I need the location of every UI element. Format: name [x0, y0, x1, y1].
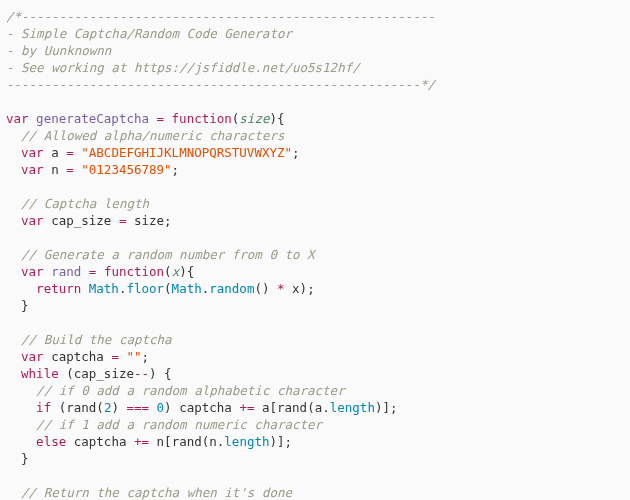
op-eqeqeq: === — [126, 400, 149, 415]
op-eq: = — [119, 213, 127, 228]
kw-var: var — [21, 349, 44, 364]
op-eq: = — [66, 162, 74, 177]
comment-build: // Build the captcha — [21, 332, 172, 347]
brace-open: { — [277, 111, 285, 126]
prop-length: length — [224, 434, 269, 449]
paren-open: ( — [254, 281, 262, 296]
comment-line-2: - Simple Captcha/Random Code Generator — [6, 26, 292, 41]
comment-if1: // if 1 add a random numeric character — [36, 417, 322, 432]
string-empty: "" — [126, 349, 141, 364]
id-rand: rand — [172, 434, 202, 449]
kw-if: if — [36, 400, 51, 415]
brace-close: } — [21, 298, 29, 313]
paren-open: ( — [164, 264, 172, 279]
comment-return: // Return the captcha when it's done — [21, 485, 292, 500]
id-rand: rand — [277, 400, 307, 415]
comment-allowed: // Allowed alpha/numeric characters — [21, 128, 284, 143]
string-digits: "0123456789" — [81, 162, 171, 177]
op-pluseq: += — [134, 434, 149, 449]
id-rand: rand — [66, 400, 96, 415]
op-eq: = — [111, 349, 119, 364]
semi: ; — [285, 434, 293, 449]
id-captcha: captcha — [51, 349, 104, 364]
kw-function: function — [104, 264, 164, 279]
bracket-close: ] — [382, 400, 390, 415]
comment-line-3: - by Uunknownn — [6, 43, 111, 58]
comment-caplen: // Captcha length — [21, 196, 149, 211]
paren-open: ( — [66, 366, 74, 381]
comment-genrand: // Generate a random number from 0 to X — [21, 247, 315, 262]
op-eq: = — [66, 145, 74, 160]
paren-close: ) — [269, 111, 277, 126]
bracket-open: [ — [270, 400, 278, 415]
prop-random: random — [209, 281, 254, 296]
comment-if0: // if 0 add a random alphabetic characte… — [36, 383, 345, 398]
semi: ; — [390, 400, 398, 415]
semi: ; — [307, 281, 315, 296]
dot: . — [322, 400, 330, 415]
id-x: x — [292, 281, 300, 296]
semi: ; — [142, 349, 150, 364]
bracket-close: ] — [277, 434, 285, 449]
op-pluseq: += — [239, 400, 254, 415]
param-size: size — [239, 111, 269, 126]
kw-var: var — [6, 111, 29, 126]
comment-line-4: - See working at https://jsfiddle.net/uo… — [6, 60, 360, 75]
obj-Math: Math — [172, 281, 202, 296]
kw-var: var — [21, 213, 44, 228]
brace-open: { — [164, 366, 172, 381]
prop-floor: floor — [126, 281, 164, 296]
id-rand: rand — [51, 264, 81, 279]
code-block: /*--------------------------------------… — [0, 0, 630, 500]
id-captcha: captcha — [179, 400, 232, 415]
paren-open: ( — [307, 400, 315, 415]
semi: ; — [292, 145, 300, 160]
id-cap-size: cap_size — [74, 366, 134, 381]
paren-close: ) — [111, 400, 119, 415]
brace-open: { — [187, 264, 195, 279]
semi: ; — [164, 213, 172, 228]
paren-close: ) — [262, 281, 270, 296]
id-n: n — [209, 434, 217, 449]
paren-close: ) — [269, 434, 277, 449]
paren-open: ( — [96, 400, 104, 415]
kw-function: function — [172, 111, 232, 126]
paren-close: ) — [300, 281, 308, 296]
comment-line-5: ----------------------------------------… — [6, 77, 435, 92]
paren-close: ) — [179, 264, 187, 279]
obj-Math: Math — [89, 281, 119, 296]
op-eq: = — [157, 111, 165, 126]
bracket-open: [ — [164, 434, 172, 449]
paren-close: ) — [149, 366, 157, 381]
comment-line-1: /*--------------------------------------… — [6, 9, 435, 24]
id-captcha: captcha — [74, 434, 127, 449]
kw-else: else — [36, 434, 66, 449]
id-cap-size: cap_size — [51, 213, 111, 228]
prop-length: length — [330, 400, 375, 415]
id-n: n — [157, 434, 165, 449]
kw-while: while — [21, 366, 59, 381]
id-size: size — [134, 213, 164, 228]
op-star: * — [277, 281, 285, 296]
semi: ; — [172, 162, 180, 177]
kw-var: var — [21, 264, 44, 279]
brace-close: } — [21, 451, 29, 466]
kw-return: return — [36, 281, 81, 296]
id-generateCaptcha: generateCaptcha — [36, 111, 149, 126]
kw-var: var — [21, 145, 44, 160]
paren-open: ( — [164, 281, 172, 296]
paren-close: ) — [164, 400, 172, 415]
id-a: a — [51, 145, 59, 160]
id-a: a — [262, 400, 270, 415]
op-decdec: -- — [134, 366, 149, 381]
num-0: 0 — [157, 400, 165, 415]
kw-var: var — [21, 162, 44, 177]
id-n: n — [51, 162, 59, 177]
string-alpha: "ABCDEFGHIJKLMNOPQRSTUVWXYZ" — [81, 145, 292, 160]
op-eq: = — [89, 264, 97, 279]
